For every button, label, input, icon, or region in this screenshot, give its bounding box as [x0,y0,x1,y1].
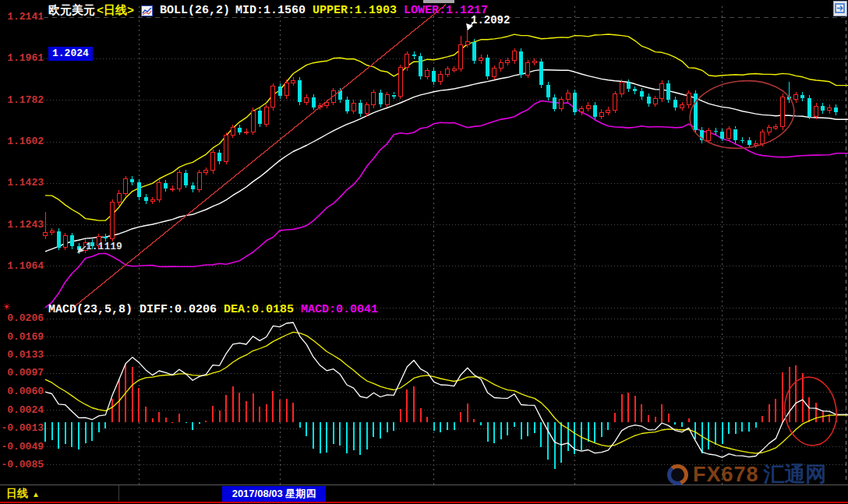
price-axis-label: 1.2141 [0,11,44,23]
price-axis-label: 1.1782 [0,94,44,106]
macd-axis-label: 0.0097 [0,367,44,379]
candlestick-chart-icon[interactable] [141,5,153,16]
macd-axis-label: 0.0169 [0,331,44,343]
macd-axis-label: 0.0024 [0,404,44,416]
chart-header: 欧元美元 <日线> BOLL(26,2) MID:1.1560 UPPER:1.… [48,3,488,18]
macd-diff-value: DIFF:0.0206 [140,303,217,316]
macd-axis-label: 0.0060 [0,386,44,397]
period-name: <日线> [97,3,134,18]
strip-divider [118,485,119,501]
symbol-name: 欧元美元 [48,3,95,18]
macd-axis-label: 0.0206 [0,312,44,324]
triangle-up-icon: ▲ [32,490,40,499]
bottom-red-line [0,502,848,503]
trading-chart-window: 欧元美元 <日线> BOLL(26,2) MID:1.1560 UPPER:1.… [0,0,848,504]
price-tag: 1.2024 [48,47,93,61]
boll-label: BOLL(26,2) [160,4,230,17]
fx678-logo-icon [667,464,688,485]
pop-out-icon[interactable] [833,1,847,16]
boll-upper-value: UPPER:1.1903 [313,4,397,17]
watermark: FX678 汇通网 [667,460,827,488]
macd-header: MACD(23,5,8) DIFF:0.0206 DEA:0.0185 MACD… [48,303,378,316]
price-axis-label: 1.1602 [0,136,44,147]
macd-axis-label: -0.0013 [0,422,44,434]
macd-axis-label: -0.0049 [0,441,44,453]
watermark-site: 汇通网 [764,460,827,488]
alert-sun-icon: ☀ [2,301,11,312]
price-axis-label: 1.1064 [0,260,44,272]
low-annotation: 1.1119 [86,241,122,252]
macd-axis-label: -0.0085 [0,459,44,471]
price-axis-label: 1.1423 [0,177,44,189]
price-axis-label: 1.1961 [0,52,44,64]
macd-macd-value: MACD:0.0041 [301,303,378,316]
boll-mid-value: MID:1.1560 [235,4,306,17]
macd-name: MACD(23,5,8) [48,303,132,316]
macd-axis-label: 0.0133 [0,349,44,361]
period-selector-label: 日线 [6,487,28,501]
macd-dea-value: DEA:0.0185 [224,303,294,316]
chart-canvas[interactable] [0,0,848,504]
watermark-brand: FX678 [693,463,759,487]
price-axis-label: 1.1243 [0,219,44,231]
scrollbar-notch[interactable] [423,0,454,3]
period-selector[interactable]: 日线 ▲ [6,487,40,501]
cursor-date-tag: 2017/08/03 星期四 [222,486,326,502]
high-annotation: 1.2092 [471,14,510,26]
